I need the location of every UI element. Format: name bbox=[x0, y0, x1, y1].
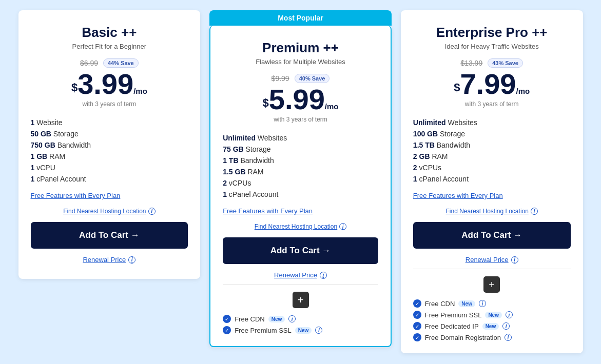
renewal-price-label: Renewal Price bbox=[274, 271, 317, 279]
info-icon[interactable]: i bbox=[505, 334, 512, 341]
plan-subtitle-basic: Perfect Fit for a Beginner bbox=[31, 43, 188, 50]
price-note-premium: with 3 years of term bbox=[223, 116, 378, 123]
plans-container: Basic ++ Perfect Fit for a Beginner $6.9… bbox=[18, 10, 583, 353]
current-price-row-premium: $ 5.99 /mo bbox=[223, 85, 378, 114]
feature-item: 50 GB Storage bbox=[31, 128, 188, 139]
plan-card-enterprise: Enterprise Pro ++ Ideal for Heavy Traffi… bbox=[401, 10, 583, 353]
renewal-info-icon[interactable]: i bbox=[511, 256, 518, 264]
hosting-location-label: Find Nearest Hosting Location bbox=[255, 223, 337, 230]
check-icon: ✓ bbox=[413, 322, 421, 330]
plan-title-premium: Premium ++ bbox=[223, 40, 378, 56]
hosting-location-label: Find Nearest Hosting Location bbox=[63, 208, 146, 215]
plan-card-premium: Premium ++ Flawless for Multiple Website… bbox=[209, 26, 392, 347]
price-note-basic: with 3 years of term bbox=[31, 100, 188, 108]
renewal-info-icon[interactable]: i bbox=[320, 272, 327, 279]
renewal-price-label: Renewal Price bbox=[466, 256, 509, 264]
feature-item: 1.5 TB Bandwidth bbox=[413, 139, 571, 151]
bonus-feature-text: Free CDN bbox=[235, 315, 265, 323]
bonus-feature-item: ✓ Free Premium SSL New i bbox=[413, 309, 571, 320]
info-icon[interactable]: i bbox=[315, 327, 322, 334]
feature-item: 1 cPanel Account bbox=[223, 189, 378, 200]
most-popular-banner: Most Popular bbox=[209, 10, 392, 26]
new-badge: New bbox=[458, 300, 475, 307]
info-icon[interactable]: i bbox=[502, 322, 510, 330]
price-number-basic: 3.99 bbox=[77, 70, 133, 98]
plan-title-basic: Basic ++ bbox=[31, 25, 188, 41]
bonus-feature-text: Free CDN bbox=[425, 300, 455, 308]
bonus-feature-item: ✓ Free CDN New i bbox=[223, 313, 378, 325]
hosting-info-icon[interactable]: i bbox=[531, 208, 538, 215]
bonus-feature-item: ✓ Free CDN New i bbox=[413, 298, 571, 309]
renewal-price-row-premium[interactable]: Renewal Price i bbox=[223, 271, 378, 279]
feature-item: 2 vCPUs bbox=[223, 177, 378, 189]
dollar-sign-premium: $ bbox=[263, 96, 269, 110]
bonus-feature-text: Free Domain Registration bbox=[425, 334, 501, 341]
current-price-row-enterprise: $ 7.99 /mo bbox=[413, 70, 571, 98]
feature-item: 750 GB Bandwidth bbox=[31, 139, 188, 151]
expand-button[interactable]: + bbox=[483, 276, 500, 293]
info-icon[interactable]: i bbox=[479, 300, 486, 307]
save-badge-premium: 40% Save bbox=[295, 74, 330, 83]
save-badge-enterprise: 43% Save bbox=[488, 58, 523, 68]
original-price-enterprise: $13.99 bbox=[460, 59, 482, 67]
feature-item: 1.5 GB RAM bbox=[223, 166, 378, 177]
plan-card-basic: Basic ++ Perfect Fit for a Beginner $6.9… bbox=[18, 10, 201, 279]
renewal-price-row-enterprise[interactable]: Renewal Price i bbox=[413, 256, 571, 264]
check-icon: ✓ bbox=[413, 311, 421, 319]
feature-item: 1 cPanel Account bbox=[413, 173, 571, 185]
feature-item: 100 GB Storage bbox=[413, 128, 571, 139]
hosting-location-enterprise[interactable]: Find Nearest Hosting Location i bbox=[413, 208, 571, 215]
feature-item: 1 TB Bandwidth bbox=[223, 155, 378, 166]
plan-title-enterprise: Enterprise Pro ++ bbox=[413, 25, 571, 41]
feature-item: 1 vCPU bbox=[31, 162, 188, 173]
per-mo-basic: /mo bbox=[133, 87, 147, 95]
renewal-info-icon[interactable]: i bbox=[128, 256, 135, 264]
feature-item: Unlimited Websites bbox=[413, 117, 571, 128]
add-to-cart-button-basic[interactable]: Add To Cart → bbox=[31, 222, 188, 249]
add-to-cart-button-enterprise[interactable]: Add To Cart → bbox=[413, 222, 571, 249]
current-price-row-basic: $ 3.99 /mo bbox=[31, 70, 188, 98]
hosting-location-premium[interactable]: Find Nearest Hosting Location i bbox=[223, 223, 378, 230]
new-badge: New bbox=[268, 316, 285, 322]
feature-item: 1 cPanel Account bbox=[31, 173, 188, 185]
plan-wrapper-enterprise: Enterprise Pro ++ Ideal for Heavy Traffi… bbox=[401, 10, 583, 353]
feature-item: 75 GB Storage bbox=[223, 144, 378, 155]
add-to-cart-button-premium[interactable]: Add To Cart → bbox=[223, 237, 378, 264]
free-features-link-enterprise[interactable]: Free Features with Every Plan bbox=[413, 192, 571, 199]
plan-wrapper-basic: Basic ++ Perfect Fit for a Beginner $6.9… bbox=[18, 10, 201, 279]
free-features-link-basic[interactable]: Free Features with Every Plan bbox=[31, 192, 188, 199]
feature-item: 1 GB RAM bbox=[31, 151, 188, 162]
bonus-feature-item: ✓ Free Premium SSL New i bbox=[223, 325, 378, 336]
renewal-price-row-basic[interactable]: Renewal Price i bbox=[31, 256, 188, 264]
bonus-feature-text: Free Premium SSL bbox=[425, 311, 482, 319]
plan-subtitle-premium: Flawless for Multiple Websites bbox=[223, 58, 378, 66]
hosting-location-label: Find Nearest Hosting Location bbox=[445, 208, 528, 215]
hosting-info-icon[interactable]: i bbox=[148, 208, 156, 215]
hosting-info-icon[interactable]: i bbox=[339, 223, 346, 230]
bonus-features-list: ✓ Free CDN New i ✓ Free Premium SSL New … bbox=[223, 313, 378, 336]
features-list-enterprise: Unlimited Websites100 GB Storage1.5 TB B… bbox=[413, 117, 571, 185]
original-price-basic: $6.99 bbox=[80, 59, 98, 67]
dollar-sign-enterprise: $ bbox=[454, 81, 460, 94]
renewal-price-label: Renewal Price bbox=[83, 256, 126, 264]
bonus-features-list: ✓ Free CDN New i ✓ Free Premium SSL New … bbox=[413, 298, 571, 343]
pricing-row-enterprise: $13.99 43% Save bbox=[413, 58, 571, 68]
info-icon[interactable]: i bbox=[506, 311, 513, 318]
features-list-basic: 1 Website50 GB Storage750 GB Bandwidth1 … bbox=[31, 117, 188, 185]
price-number-premium: 5.99 bbox=[269, 85, 325, 114]
bonus-feature-text: Free Premium SSL bbox=[235, 327, 292, 334]
expand-button[interactable]: + bbox=[293, 292, 309, 308]
info-icon[interactable]: i bbox=[288, 315, 296, 322]
new-badge: New bbox=[485, 312, 502, 318]
check-icon: ✓ bbox=[413, 333, 421, 341]
check-icon: ✓ bbox=[223, 326, 231, 334]
check-icon: ✓ bbox=[223, 315, 231, 323]
bonus-feature-item: ✓ Free Dedicated IP New i bbox=[413, 320, 571, 332]
bonus-feature-item: ✓ Free Domain Registration i bbox=[413, 332, 571, 343]
hosting-location-basic[interactable]: Find Nearest Hosting Location i bbox=[31, 208, 188, 215]
check-icon: ✓ bbox=[413, 299, 421, 308]
featured-wrapper: Most Popular Premium ++ Flawless for Mul… bbox=[209, 10, 392, 347]
free-features-link-premium[interactable]: Free Features with Every Plan bbox=[223, 207, 378, 215]
per-mo-premium: /mo bbox=[325, 102, 339, 111]
plan-subtitle-enterprise: Ideal for Heavy Traffic Websites bbox=[413, 43, 571, 50]
